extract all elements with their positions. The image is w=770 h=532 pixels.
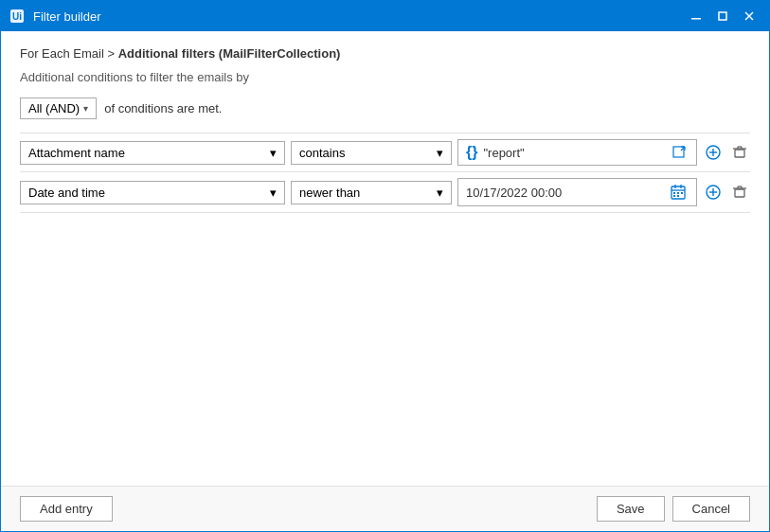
save-button[interactable]: Save	[597, 496, 665, 522]
filter-builder-window: Ui Filter builder For Each Email > Addit…	[0, 0, 770, 532]
add-condition-button-0[interactable]	[703, 143, 724, 162]
value-text-1: 10/17/2022 00:00	[466, 186, 662, 200]
svg-rect-24	[681, 192, 683, 194]
footer: Add entry Save Cancel	[1, 486, 769, 531]
chevron-down-icon: ▾	[270, 146, 277, 160]
curly-braces-icon: {}	[466, 144, 477, 161]
field-label-0: Attachment name	[28, 146, 125, 160]
svg-text:Ui: Ui	[12, 11, 22, 22]
field-dropdown-1[interactable]: Date and time ▾	[20, 181, 285, 204]
minimize-button[interactable]	[684, 5, 708, 27]
add-condition-button-1[interactable]	[703, 183, 724, 202]
svg-rect-23	[677, 192, 679, 194]
svg-rect-26	[677, 195, 679, 197]
cancel-button[interactable]: Cancel	[672, 496, 750, 522]
breadcrumb: For Each Email > Additional filters (Mai…	[20, 46, 750, 61]
condition-suffix: of conditions are met.	[104, 101, 222, 115]
app-icon: Ui	[9, 8, 26, 25]
chevron-down-icon: ▾	[437, 146, 443, 160]
operator-label-0: contains	[299, 146, 345, 160]
svg-rect-30	[735, 189, 744, 197]
svg-rect-3	[719, 12, 726, 20]
main-content: For Each Email > Additional filters (Mai…	[1, 31, 769, 486]
expand-value-button-0[interactable]	[670, 144, 689, 161]
calendar-button-1[interactable]	[668, 183, 689, 202]
condition-header: All (AND) ▾ of conditions are met.	[20, 98, 750, 119]
svg-rect-22	[673, 192, 675, 194]
subtitle: Additional conditions to filter the emai…	[20, 70, 750, 84]
operator-label: All (AND)	[28, 101, 80, 115]
footer-right: Save Cancel	[597, 496, 750, 522]
field-label-1: Date and time	[28, 186, 105, 200]
footer-left: Add entry	[20, 496, 113, 522]
operator-dropdown[interactable]: All (AND) ▾	[20, 98, 97, 119]
chevron-down-icon: ▾	[437, 186, 443, 200]
window-controls	[684, 5, 761, 27]
value-container-0: {} "report"	[457, 139, 697, 166]
operator-dropdown-0[interactable]: contains ▾	[291, 141, 452, 165]
operator-label-1: newer than	[299, 186, 360, 200]
value-text-0: "report"	[483, 146, 664, 160]
delete-row-button-0[interactable]	[729, 143, 750, 162]
chevron-down-icon: ▾	[83, 103, 88, 114]
close-button[interactable]	[737, 5, 761, 27]
svg-rect-2	[691, 18, 701, 20]
value-container-1: 10/17/2022 00:00	[457, 178, 697, 206]
operator-dropdown-1[interactable]: newer than ▾	[291, 181, 452, 204]
maximize-button[interactable]	[710, 5, 735, 27]
filter-rows: Attachment name ▾ contains ▾ {} "report"	[20, 133, 750, 213]
breadcrumb-bold: Additional filters (MailFilterCollection…	[118, 46, 341, 61]
window-title: Filter builder	[33, 9, 684, 24]
filter-row: Attachment name ▾ contains ▾ {} "report"	[20, 133, 750, 171]
breadcrumb-prefix: For Each Email >	[20, 46, 118, 61]
chevron-down-icon: ▾	[270, 186, 277, 200]
filter-row: Date and time ▾ newer than ▾ 10/17/2022 …	[20, 171, 750, 213]
title-bar: Ui Filter builder	[1, 1, 769, 31]
field-dropdown-0[interactable]: Attachment name ▾	[20, 141, 285, 165]
add-entry-button[interactable]: Add entry	[20, 496, 113, 522]
svg-rect-13	[735, 150, 744, 157]
svg-rect-6	[673, 147, 684, 157]
delete-row-button-1[interactable]	[729, 183, 750, 202]
svg-rect-25	[673, 195, 675, 197]
